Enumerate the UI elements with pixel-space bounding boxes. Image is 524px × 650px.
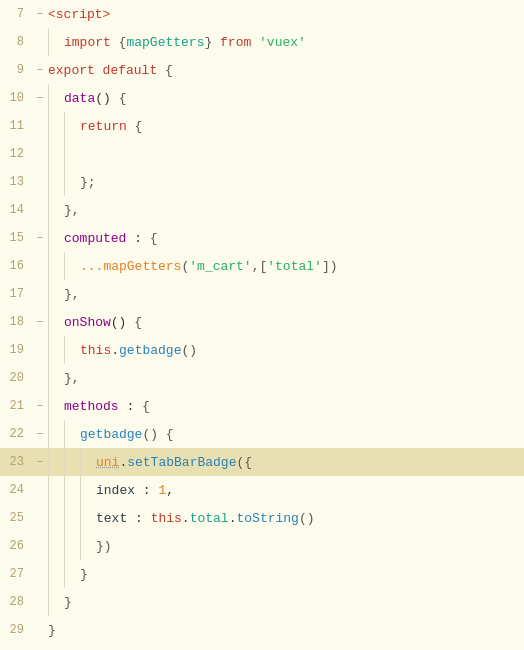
indent-guide [48,560,64,588]
indent-guide [64,140,80,168]
indent-guide [64,476,80,504]
indent-guide [48,336,64,364]
line-number: 19 [0,343,32,357]
line-number: 24 [0,483,32,497]
fold-icon[interactable]: − [32,400,48,412]
code-line: 25text : this.total.toString() [0,504,524,532]
token-kw2: methods [64,399,119,414]
indent-guide [48,420,64,448]
code-line: 19this.getbadge() [0,336,524,364]
token-bracket: () [181,343,197,358]
line-number: 28 [0,595,32,609]
code-line: 15−computed : { [0,224,524,252]
line-number: 20 [0,371,32,385]
code-content: } [48,623,524,638]
code-content: <script> [48,7,524,22]
code-content: ...mapGetters('m_cart',['total']) [80,259,524,274]
code-editor: 7−<script>8import {mapGetters} from 'vue… [0,0,524,650]
indent-guide [64,252,80,280]
code-line: 9−export default { [0,56,524,84]
code-line: 16...mapGetters('m_cart',['total']) [0,252,524,280]
token-key-color: index [96,483,135,498]
line-number: 21 [0,399,32,413]
fold-icon[interactable]: − [32,316,48,328]
token-bracket: } [204,35,212,50]
token-bracket: }; [80,175,96,190]
line-number: 17 [0,287,32,301]
indent-guide [80,448,96,476]
indent-guide [48,140,64,168]
code-content: data() { [64,91,524,106]
line-number: 16 [0,259,32,273]
indent-guide [80,504,96,532]
indent-guide [80,476,96,504]
code-content: }) [96,539,524,554]
token-bracket: ,[ [252,259,268,274]
token-num: 1 [158,483,166,498]
fold-icon[interactable]: − [32,456,48,468]
line-number: 27 [0,567,32,581]
code-line: 20}, [0,364,524,392]
indent-guide [48,224,64,252]
token-fn: toString [236,511,298,526]
token-bracket: }, [64,287,80,302]
line-number: 10 [0,91,32,105]
indent-guide [64,168,80,196]
code-content: }, [64,371,524,386]
code-content: computed : { [64,231,524,246]
code-line: 21−methods : { [0,392,524,420]
token-key-color: text [96,511,127,526]
indent-guide [64,532,80,560]
indent-guide [48,112,64,140]
token-kw: import [64,35,119,50]
token-plain: . [111,343,119,358]
fold-icon[interactable]: − [32,92,48,104]
fold-icon[interactable]: − [32,232,48,244]
line-number: 9 [0,63,32,77]
code-content: import {mapGetters} from 'vuex' [64,35,524,50]
code-line: 12 [0,140,524,168]
token-plain: . [229,511,237,526]
code-content: } [80,567,524,582]
indent-guide [48,504,64,532]
indent-guide [48,28,64,56]
token-str: 'total' [267,259,322,274]
indent-guide [48,168,64,196]
indent-guide [48,476,64,504]
code-line: 27} [0,560,524,588]
code-line: 23−uni.setTabBarBadge({ [0,448,524,476]
code-content: onShow() { [64,315,524,330]
code-line: 10−data() { [0,84,524,112]
token-bracket: { [142,399,150,414]
code-content: methods : { [64,399,524,414]
line-number: 12 [0,147,32,161]
token-plain: , [166,483,174,498]
line-number: 7 [0,7,32,21]
code-line: 14}, [0,196,524,224]
line-number: 25 [0,511,32,525]
token-bracket: } [48,623,56,638]
token-str: 'vuex' [259,35,306,50]
code-line: 22−getbadge() { [0,420,524,448]
code-content: }; [80,175,524,190]
token-plain: . [119,455,127,470]
code-content: }, [64,203,524,218]
token-kw: this [80,343,111,358]
token-plain: : [126,231,149,246]
fold-icon[interactable]: − [32,64,48,76]
fold-icon[interactable]: − [32,8,48,20]
token-plain: () [111,315,134,330]
token-kw: this [151,511,182,526]
token-bracket: ({ [236,455,252,470]
token-bracket: () [299,511,315,526]
code-content: text : this.total.toString() [96,511,524,526]
indent-guide [48,84,64,112]
line-number: 22 [0,427,32,441]
code-line: 13}; [0,168,524,196]
indent-guide [48,280,64,308]
token-bracket: () { [142,427,173,442]
token-bracket: }, [64,203,80,218]
code-content: index : 1, [96,483,524,498]
token-bracket: { [135,119,143,134]
fold-icon[interactable]: − [32,428,48,440]
